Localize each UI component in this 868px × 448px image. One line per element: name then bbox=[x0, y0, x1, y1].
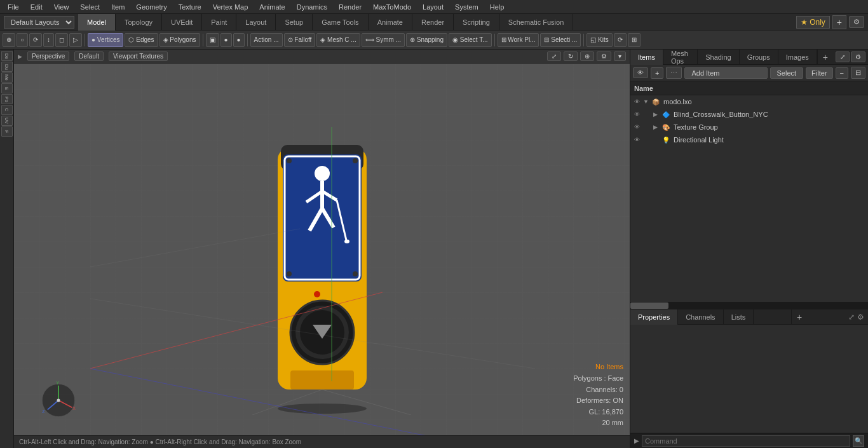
menu-geometry[interactable]: Geometry bbox=[131, 2, 172, 12]
panel-expand-icon[interactable]: ⤢ bbox=[836, 51, 850, 62]
tool-dot2[interactable]: ● bbox=[233, 33, 245, 47]
tab-items[interactable]: Items bbox=[630, 50, 663, 65]
item-eye-modo-lxo[interactable]: 👁 bbox=[633, 98, 641, 105]
add-lower-tab-button[interactable]: + bbox=[791, 309, 807, 325]
tool-play[interactable]: ▷ bbox=[69, 33, 82, 47]
tool-select-t[interactable]: ◉ Select T... bbox=[449, 33, 492, 47]
tool-kits[interactable]: ◱ Kits bbox=[587, 33, 612, 47]
menu-layout[interactable]: Layout bbox=[417, 2, 449, 12]
tab-groups[interactable]: Groups bbox=[740, 50, 778, 65]
tool-symm[interactable]: ⟺ Symm ... bbox=[362, 33, 405, 47]
tool-circle[interactable]: ○ bbox=[17, 33, 28, 47]
add-layout-button[interactable]: + bbox=[832, 15, 846, 29]
item-eye-blind-crosswalk[interactable]: 👁 bbox=[633, 111, 641, 118]
menu-maxtomodo[interactable]: MaxToModo bbox=[368, 2, 416, 12]
viewport-perspective-btn[interactable]: Perspective bbox=[27, 51, 69, 61]
tab-channels[interactable]: Channels bbox=[678, 309, 723, 325]
menu-item[interactable]: Item bbox=[106, 2, 130, 12]
tab-shading[interactable]: Shading bbox=[698, 50, 739, 65]
select-button[interactable]: Select bbox=[770, 67, 804, 79]
viewport[interactable]: ▶ Perspective Default Viewport Textures … bbox=[14, 50, 630, 448]
item-eye-texture-group[interactable]: 👁 bbox=[633, 123, 641, 131]
add-item-button[interactable]: Add Item bbox=[684, 67, 767, 79]
tab-mesh-ops[interactable]: Mesh Ops bbox=[663, 50, 698, 65]
tool-refresh[interactable]: ⟳ bbox=[614, 33, 627, 47]
tool-edges[interactable]: ⬡ Edges bbox=[125, 33, 158, 47]
add-item-plus-icon[interactable]: + bbox=[651, 67, 663, 79]
command-input[interactable] bbox=[642, 435, 850, 447]
items-scrollbar[interactable] bbox=[630, 302, 868, 308]
tool-dot1[interactable]: ● bbox=[220, 33, 232, 47]
item-expand-texture-group[interactable]: ▶ bbox=[653, 124, 660, 130]
menu-edit[interactable]: Edit bbox=[25, 2, 48, 12]
tool-snapping[interactable]: ⊕ Snapping bbox=[406, 33, 447, 47]
scrollbar-thumb[interactable] bbox=[630, 302, 668, 309]
tab-lists[interactable]: Lists bbox=[724, 309, 754, 325]
viewport-menu-btn[interactable]: ▾ bbox=[614, 51, 626, 61]
menu-texture[interactable]: Texture bbox=[173, 2, 207, 12]
tool-box[interactable]: ◻ bbox=[55, 33, 68, 47]
lower-panel-expand-icon[interactable]: ⤢ bbox=[848, 313, 855, 322]
tool-grid[interactable]: ⊞ bbox=[628, 33, 641, 47]
tool-scale[interactable]: ↕ bbox=[43, 33, 54, 47]
command-search-icon[interactable]: 🔍 bbox=[853, 435, 864, 447]
sidebar-btn-de[interactable]: De bbox=[1, 51, 13, 61]
sidebar-btn-po[interactable]: Po bbox=[1, 94, 13, 104]
tool-work-pl[interactable]: ⊞ Work Pl... bbox=[498, 33, 539, 47]
sidebar-btn-f[interactable]: F bbox=[1, 126, 13, 137]
tool-polygons[interactable]: ◈ Polygons bbox=[159, 33, 200, 47]
sidebar-btn-me[interactable]: Me bbox=[1, 72, 13, 83]
item-options-icon[interactable]: ⋯ bbox=[666, 67, 682, 79]
tool-box2[interactable]: ▣ bbox=[206, 33, 219, 47]
tool-transform[interactable]: ⊕ bbox=[3, 33, 15, 47]
viewport-expand-icon[interactable]: ▶ bbox=[18, 53, 22, 60]
item-eye-directional-light[interactable]: 👁 bbox=[633, 136, 641, 144]
menu-animate[interactable]: Animate bbox=[254, 2, 290, 12]
sidebar-btn-uv[interactable]: UV bbox=[1, 116, 13, 126]
menu-view[interactable]: View bbox=[49, 2, 74, 12]
menu-select[interactable]: Select bbox=[75, 2, 105, 12]
items-expand-collapse-icon[interactable]: ⊟ bbox=[851, 67, 865, 79]
filter-button[interactable]: Filter bbox=[806, 67, 832, 79]
visibility-toggle[interactable]: 👁 bbox=[633, 67, 648, 78]
tool-selecti[interactable]: ⊟ Selecti ... bbox=[540, 33, 581, 47]
tab-images[interactable]: Images bbox=[778, 50, 817, 65]
tab-uvedit[interactable]: UVEdit bbox=[162, 14, 202, 31]
sidebar-btn-du[interactable]: Du bbox=[1, 62, 13, 72]
tool-falloff[interactable]: ⊙ Falloff bbox=[284, 33, 316, 47]
layout-dropdown[interactable]: Default Layouts bbox=[4, 16, 74, 29]
tab-schematic-fusion[interactable]: Schematic Fusion bbox=[499, 14, 573, 31]
menu-file[interactable]: File bbox=[3, 2, 24, 12]
item-row-directional-light[interactable]: 👁 💡 Directional Light bbox=[630, 133, 868, 146]
lower-panel-settings-icon[interactable]: ⚙ bbox=[857, 313, 864, 322]
menu-help[interactable]: Help bbox=[485, 2, 510, 12]
item-row-texture-group[interactable]: 👁 ▶ 🎨 Texture Group bbox=[630, 121, 868, 133]
viewport-canvas[interactable]: Y X Z No Items Polygons : Face Channels:… bbox=[14, 64, 630, 448]
panel-settings-icon[interactable]: ⚙ bbox=[851, 51, 865, 62]
tab-setup[interactable]: Setup bbox=[276, 14, 313, 31]
tab-properties[interactable]: Properties bbox=[630, 309, 678, 325]
tab-layout[interactable]: Layout bbox=[236, 14, 276, 31]
add-panel-tab-button[interactable]: + bbox=[817, 50, 833, 65]
layout-settings-icon[interactable]: ⚙ bbox=[849, 16, 864, 28]
item-row-modo-lxo[interactable]: 👁 ▼ 📦 modo.lxo bbox=[630, 95, 868, 108]
viewport-settings-btn[interactable]: ⚙ bbox=[597, 51, 611, 61]
tab-game-tools[interactable]: Game Tools bbox=[313, 14, 369, 31]
items-minus-icon[interactable]: − bbox=[836, 67, 848, 79]
viewport-fullscreen-btn[interactable]: ⤢ bbox=[547, 51, 561, 61]
tab-render[interactable]: Render bbox=[412, 14, 454, 31]
item-expand-blind-crosswalk[interactable]: ▶ bbox=[653, 111, 660, 118]
viewport-rotate-btn[interactable]: ↻ bbox=[564, 51, 578, 61]
tool-rotate[interactable]: ⟳ bbox=[29, 33, 42, 47]
star-only-button[interactable]: ★ Only bbox=[796, 16, 830, 29]
viewport-camera-btn[interactable]: Default bbox=[74, 51, 104, 61]
tab-paint[interactable]: Paint bbox=[202, 14, 236, 31]
tab-scripting[interactable]: Scripting bbox=[454, 14, 499, 31]
menu-render[interactable]: Render bbox=[334, 2, 367, 12]
menu-system[interactable]: System bbox=[450, 2, 484, 12]
sidebar-btn-e[interactable]: E bbox=[1, 83, 13, 93]
tab-animate[interactable]: Animate bbox=[369, 14, 412, 31]
tool-action[interactable]: Action ... bbox=[250, 33, 283, 47]
item-row-blind-crosswalk[interactable]: 👁 ▶ 🔷 Blind_Crosswalk_Button_NYC bbox=[630, 108, 868, 121]
scrollbar-track[interactable] bbox=[630, 302, 868, 309]
